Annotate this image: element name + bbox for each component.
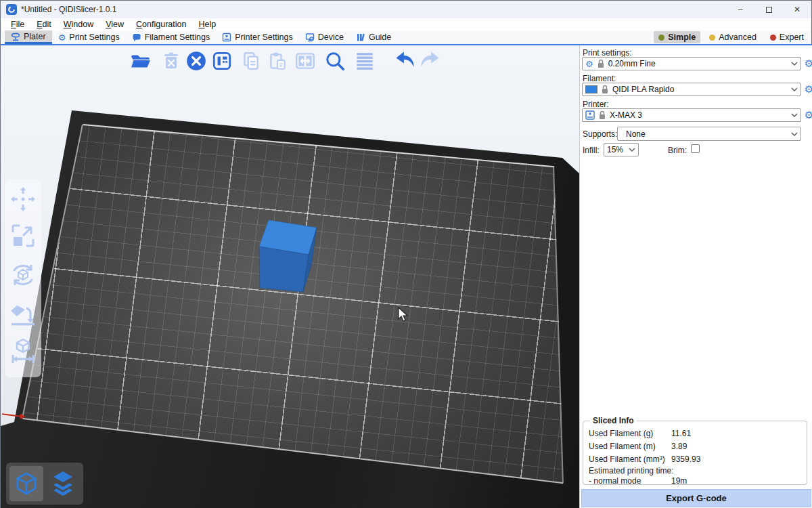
search-icon bbox=[324, 50, 346, 72]
lock-icon bbox=[598, 110, 606, 120]
supports-label: Supports: bbox=[583, 129, 617, 139]
advanced-dot-icon bbox=[709, 35, 715, 41]
platter-icon bbox=[11, 32, 20, 41]
arrange-icon bbox=[211, 50, 233, 72]
window-title: *Untitled - QIDISlicer-1.0.1 bbox=[21, 5, 116, 14]
undo-button[interactable] bbox=[393, 49, 416, 72]
paste-button[interactable] bbox=[266, 49, 289, 72]
filament-gear-button[interactable]: ⚙ bbox=[803, 83, 812, 95]
move-icon bbox=[9, 185, 37, 213]
place-on-face-icon bbox=[9, 300, 37, 329]
expert-dot-icon bbox=[770, 35, 776, 41]
mode-expert[interactable]: Expert bbox=[765, 31, 809, 43]
simple-dot-icon bbox=[658, 35, 664, 41]
tab-plater[interactable]: Plater bbox=[5, 30, 52, 44]
infill-combo[interactable]: 15% bbox=[604, 143, 639, 156]
measure-icon bbox=[9, 337, 37, 365]
tab-print-settings[interactable]: ⚙ Print Settings bbox=[52, 30, 126, 44]
tab-filament-settings[interactable]: Filament Settings bbox=[126, 30, 217, 44]
gizmo-toolbar bbox=[5, 179, 41, 377]
chevron-down-icon bbox=[791, 113, 798, 117]
model-cube[interactable] bbox=[254, 215, 329, 299]
sliced-row: Used Filament (mm³)9359.93 bbox=[589, 452, 801, 465]
gear-icon: ⚙ bbox=[58, 33, 66, 42]
menu-file[interactable]: File bbox=[5, 20, 30, 29]
tab-bar: Plater ⚙ Print Settings Filament Setting… bbox=[1, 30, 811, 45]
undo-arrow-icon bbox=[393, 49, 416, 72]
preview-layers-icon bbox=[48, 469, 78, 499]
menu-window[interactable]: Window bbox=[58, 20, 99, 29]
sliced-info-title: Sliced Info bbox=[590, 416, 637, 425]
redo-arrow-icon bbox=[419, 49, 442, 72]
supports-combo[interactable]: None bbox=[617, 127, 801, 141]
mode-simple[interactable]: Simple bbox=[654, 31, 700, 43]
close-button[interactable]: ✕ bbox=[783, 1, 811, 18]
arrange-button[interactable] bbox=[210, 49, 233, 72]
brim-label: Brim: bbox=[668, 146, 687, 155]
device-icon bbox=[305, 33, 315, 42]
filament-icon bbox=[132, 33, 141, 42]
search-button[interactable] bbox=[323, 49, 346, 72]
printer-combo[interactable]: X-MAX 3 bbox=[582, 108, 801, 122]
copy-button[interactable] bbox=[240, 49, 263, 72]
lock-icon bbox=[597, 59, 605, 68]
chevron-down-icon bbox=[791, 87, 798, 91]
app-logo-icon bbox=[6, 4, 17, 15]
place-on-face-gizmo-button[interactable] bbox=[9, 300, 37, 329]
scale-gizmo-button[interactable] bbox=[9, 221, 37, 250]
variable-layer-height-button[interactable] bbox=[353, 49, 376, 72]
filament-combo[interactable]: QIDI PLA Rapido bbox=[582, 83, 801, 96]
tab-guide[interactable]: Guide bbox=[350, 30, 397, 44]
delete-button[interactable] bbox=[160, 49, 183, 72]
preview-button[interactable] bbox=[46, 466, 80, 501]
brim-checkbox[interactable] bbox=[691, 144, 700, 153]
copy-icon bbox=[240, 50, 262, 72]
print-settings-gear-button[interactable]: ⚙ bbox=[803, 58, 812, 69]
mouse-cursor bbox=[397, 307, 409, 323]
gear-icon: ⚙ bbox=[585, 60, 593, 68]
move-gizmo-button[interactable] bbox=[9, 185, 37, 213]
view-toolbar bbox=[6, 463, 83, 505]
chevron-down-icon bbox=[791, 62, 798, 66]
sliced-info-box: Sliced Info Used Filament (g)11.61 Used … bbox=[583, 416, 807, 485]
printer-icon bbox=[585, 110, 595, 120]
rotate-icon bbox=[9, 261, 37, 289]
sliced-row: Used Filament (m)3.89 bbox=[589, 440, 801, 452]
menu-configuration[interactable]: Configuration bbox=[130, 20, 192, 29]
mode-selector: Simple Advanced Expert bbox=[654, 31, 809, 43]
plater-toolbar bbox=[1, 48, 579, 75]
tab-device[interactable]: Device bbox=[299, 30, 350, 44]
scale-icon bbox=[9, 221, 37, 250]
rotate-gizmo-button[interactable] bbox=[9, 261, 37, 289]
print-settings-label: Print settings: bbox=[583, 48, 632, 58]
delete-all-button[interactable] bbox=[185, 49, 208, 72]
split-objects-button[interactable] bbox=[294, 49, 317, 72]
print-settings-combo[interactable]: ⚙ 0.20mm Fine bbox=[582, 57, 801, 70]
printer-icon bbox=[222, 33, 231, 42]
cube-view-icon bbox=[13, 470, 40, 497]
menu-view[interactable]: View bbox=[99, 20, 130, 29]
guide-icon bbox=[356, 33, 365, 42]
app-window: *Untitled - QIDISlicer-1.0.1 – ✕ File Ed… bbox=[0, 0, 812, 508]
chevron-down-icon bbox=[791, 132, 798, 136]
open-folder-icon bbox=[130, 50, 152, 72]
3d-editor-view-button[interactable] bbox=[9, 466, 43, 501]
tab-printer-settings[interactable]: Printer Settings bbox=[216, 30, 298, 44]
menu-help[interactable]: Help bbox=[192, 20, 222, 29]
printer-label: Printer: bbox=[583, 100, 609, 109]
measure-gizmo-button[interactable] bbox=[9, 337, 37, 365]
filament-color-swatch bbox=[585, 85, 597, 93]
trash-icon bbox=[161, 51, 181, 71]
mode-advanced[interactable]: Advanced bbox=[704, 31, 761, 43]
export-gcode-button[interactable]: Export G-code bbox=[581, 489, 811, 507]
printer-gear-button[interactable]: ⚙ bbox=[803, 109, 812, 121]
open-button[interactable] bbox=[129, 49, 152, 72]
maximize-icon bbox=[766, 7, 772, 13]
split-view-icon bbox=[294, 50, 316, 72]
minimize-button[interactable]: – bbox=[726, 1, 754, 18]
redo-button[interactable] bbox=[419, 49, 442, 72]
maximize-button[interactable] bbox=[754, 1, 783, 18]
3d-viewport[interactable] bbox=[1, 45, 579, 508]
menu-edit[interactable]: Edit bbox=[30, 20, 58, 29]
sliced-row: Used Filament (g)11.61 bbox=[589, 427, 801, 440]
